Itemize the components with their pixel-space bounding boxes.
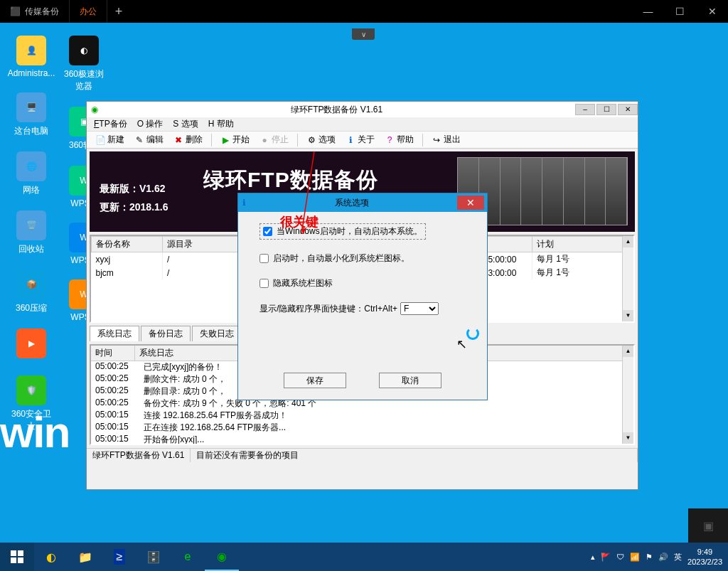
app-minimize[interactable]: – — [575, 104, 595, 115]
tray-net-icon[interactable]: 📶 — [630, 553, 640, 562]
tb-exit[interactable]: ↪退出 — [427, 132, 465, 147]
hotkey-label: 显示/隐藏程序界面快捷键：Ctrl+Alt+ — [259, 303, 397, 315]
log-th-time[interactable]: 时间 — [91, 346, 135, 361]
menu-options[interactable]: S 选项 — [173, 118, 198, 130]
tab-baklog[interactable]: 备份日志 — [141, 326, 191, 341]
banner-updated: 更新：2018.1.6 — [100, 201, 168, 214]
dialog-titlebar[interactable]: ℹ 系统选项 ✕ — [238, 193, 487, 212]
tb-start[interactable]: ▶开始 — [216, 132, 254, 147]
hotkey-row: 显示/隐藏程序界面快捷键：Ctrl+Alt+ F — [259, 302, 466, 315]
info-icon: ℹ — [242, 198, 246, 208]
taskbar-360[interactable]: ◐ — [34, 543, 68, 571]
banner-title: 绿环FTP数据备份 — [203, 166, 378, 195]
help-icon: ? — [385, 135, 395, 145]
app-close[interactable]: ✕ — [618, 104, 638, 115]
play-icon: ▶ — [220, 135, 230, 145]
tb-delete[interactable]: ✖删除 — [169, 132, 207, 147]
tray-ime[interactable]: 英 — [674, 552, 682, 562]
desktop-icon-network[interactable]: 🌐网络 — [7, 151, 55, 196]
taskbar-clock[interactable]: 9:49 2023/2/23 — [687, 547, 722, 567]
app-titlebar: ◉ 绿环FTP数据备份 V1.61 – ☐ ✕ — [87, 102, 638, 117]
checkbox-hidetray[interactable]: 隐藏系统栏图标 — [259, 277, 466, 289]
delete-icon: ✖ — [173, 135, 183, 145]
taskbar-ftp-app[interactable]: ◉ — [205, 543, 239, 571]
cancel-button[interactable]: 取消 — [379, 373, 441, 388]
side-tray[interactable]: ▣ — [688, 508, 728, 543]
log-row: 05:00:15连接 192.168.25.64 FTP服务器成功！ — [91, 410, 633, 422]
th-plan[interactable]: 计划 — [532, 237, 633, 252]
browser-titlebar: ⬛传媒备份 办公 + — ☐ ✕ — [0, 0, 728, 23]
stop-icon: ● — [259, 135, 269, 145]
dialog-title: 系统选项 — [250, 197, 453, 209]
start-button[interactable] — [0, 543, 34, 571]
app-title: 绿环FTP数据备份 V1.61 — [102, 104, 571, 116]
tb-stop[interactable]: ●停止 — [255, 132, 293, 147]
taskbar-ie[interactable]: e — [171, 543, 205, 571]
dropdown-handle[interactable]: ∨ — [352, 28, 375, 40]
checkbox-autostart[interactable]: 当Windows启动时，自动启动本系统。 — [259, 223, 426, 240]
desktop-icon-computer[interactable]: 🖥️这台电脑 — [7, 92, 55, 137]
desktop-icon-360safe[interactable]: 🛡️360安全卫士 — [7, 375, 55, 432]
status-left: 绿环FTP数据备份 V1.61 — [87, 449, 191, 462]
taskbar-explorer[interactable]: 📁 — [68, 543, 102, 571]
desktop-icon-administrator[interactable]: 👤Administra... — [7, 36, 55, 78]
tray-vol-icon[interactable]: 🔊 — [658, 553, 668, 562]
tray-up-icon[interactable]: ▴ — [591, 553, 595, 562]
th-name[interactable]: 备份名称 — [92, 237, 163, 252]
info-icon: ℹ — [346, 135, 355, 145]
desktop-icon-recycle[interactable]: 🗑️回收站 — [7, 210, 55, 255]
banner-latest: 最新版：V1.62 — [100, 183, 168, 196]
taskbar-powershell[interactable]: ≥ — [102, 543, 136, 571]
tb-about[interactable]: ℹ关于 — [341, 132, 379, 147]
autostart-label: 当Windows启动时，自动启动本系统。 — [277, 225, 422, 238]
exit-icon: ↪ — [432, 135, 441, 145]
tab-syslog[interactable]: 系统日志 — [90, 326, 139, 341]
menu-ftp[interactable]: FTP备份 — [94, 118, 127, 130]
menu-help[interactable]: H 帮助 — [208, 118, 234, 130]
window-maximize[interactable]: ☐ — [664, 0, 696, 23]
log-scrollbar[interactable]: ▲▼ — [622, 346, 633, 444]
tray-flag2-icon[interactable]: ⚑ — [646, 553, 653, 562]
status-right: 目前还没有需要备份的项目 — [191, 449, 638, 462]
desktop-icons-col1: 👤Administra... 🖥️这台电脑 🌐网络 🗑️回收站 📦360压缩 ▶… — [7, 36, 55, 432]
svg-rect-3 — [18, 550, 23, 556]
minimize-checkbox-input[interactable] — [259, 254, 269, 263]
svg-rect-2 — [11, 550, 16, 556]
minimize-label: 启动时，自动最小化到系统栏图标。 — [273, 252, 410, 265]
window-minimize[interactable]: — — [632, 0, 664, 23]
dialog-close[interactable]: ✕ — [457, 196, 484, 210]
tab-office[interactable]: 办公 — [70, 0, 107, 23]
log-row: 05:00:15正在连接 192.168.25.64 FTP服务器... — [91, 422, 633, 434]
desktop-icon-360zip[interactable]: 📦360压缩 — [7, 270, 55, 314]
new-icon: 📄 — [95, 135, 105, 145]
menu-operate[interactable]: O 操作 — [137, 118, 164, 130]
app-maximize[interactable]: ☐ — [596, 104, 616, 115]
svg-rect-5 — [18, 557, 23, 563]
tab-media-backup[interactable]: ⬛传媒备份 — [0, 0, 70, 23]
new-tab-button[interactable]: + — [107, 4, 130, 19]
window-close[interactable]: ✕ — [696, 0, 728, 23]
hidetray-checkbox-input[interactable] — [259, 279, 269, 288]
tb-options[interactable]: ⚙选项 — [302, 132, 340, 147]
checkbox-minimize[interactable]: 启动时，自动最小化到系统栏图标。 — [259, 252, 466, 265]
taskbar-server[interactable]: 🗄️ — [136, 543, 171, 571]
tray-shield-icon[interactable]: 🛡 — [616, 553, 624, 561]
table-scrollbar[interactable]: ▲▼ — [622, 236, 633, 321]
app-icon: ◉ — [91, 105, 98, 114]
tb-edit[interactable]: ✎编辑 — [130, 132, 168, 147]
svg-rect-4 — [11, 557, 16, 563]
save-button[interactable]: 保存 — [284, 373, 346, 388]
tray-flag-icon[interactable]: 🚩 — [601, 553, 611, 562]
hidetray-label: 隐藏系统栏图标 — [273, 277, 333, 289]
desktop-icon-app[interactable]: ▶ — [7, 329, 55, 361]
system-options-dialog: ℹ 系统选项 ✕ 当Windows启动时，自动启动本系统。 启动时，自动最小化到… — [237, 193, 488, 400]
tab-faillog[interactable]: 失败日志 — [192, 326, 242, 341]
autostart-checkbox-input[interactable] — [263, 227, 272, 236]
app-statusbar: 绿环FTP数据备份 V1.61 目前还没有需要备份的项目 — [87, 448, 638, 462]
hotkey-select[interactable]: F — [400, 302, 439, 315]
app-menubar: FTP备份 O 操作 S 选项 H 帮助 — [87, 117, 638, 132]
taskbar: ◐ 📁 ≥ 🗄️ e ◉ ▴ 🚩 🛡 📶 ⚑ 🔊 英 9:49 2023/2/2… — [0, 543, 728, 571]
desktop-icon-360browser[interactable]: ◐360极速浏览器 — [60, 36, 108, 92]
tb-new[interactable]: 📄新建 — [91, 132, 129, 147]
tb-help[interactable]: ?帮助 — [380, 132, 418, 147]
